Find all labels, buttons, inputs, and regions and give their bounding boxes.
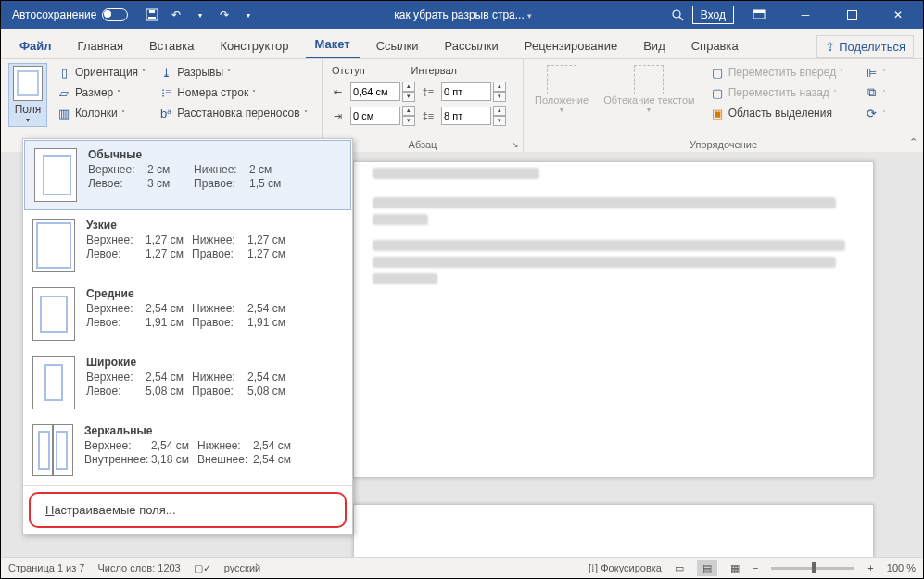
svg-point-3 — [673, 10, 680, 18]
focus-mode-button[interactable]: [⁞] Фокусировка — [589, 562, 662, 574]
margins-option-mirrored[interactable]: Зеркальные Верхнее:2,54 смНижнее:2,54 см… — [23, 417, 352, 484]
tab-home[interactable]: Главная — [69, 33, 133, 58]
share-icon: ⇪ — [825, 40, 835, 54]
tab-review[interactable]: Рецензирование — [515, 33, 627, 58]
align-button[interactable]: ⊫˅ — [860, 63, 890, 82]
title-bar: Автосохранение ↶ ▾ ↷ ▾ как убрать разрыв… — [1, 1, 923, 29]
svg-rect-6 — [753, 10, 765, 13]
ribbon-display-icon[interactable] — [738, 1, 780, 29]
margins-medium-icon — [32, 287, 75, 341]
ribbon-tabs: Файл Главная Вставка Конструктор Макет С… — [1, 29, 923, 59]
tab-layout[interactable]: Макет — [306, 31, 360, 58]
margins-wide-icon — [32, 356, 75, 409]
zoom-slider[interactable] — [771, 567, 854, 570]
group-button[interactable]: ⧉˅ — [860, 83, 890, 102]
dropdown-caret-icon[interactable]: ▾ — [189, 4, 211, 26]
page-2 — [353, 504, 874, 558]
margins-normal-icon — [34, 148, 77, 202]
autosave-toggle[interactable]: Автосохранение — [5, 8, 135, 21]
indent-header: Отступ — [332, 65, 365, 76]
status-bar: Страница 1 из 7 Число слов: 1203 ▢✓ русс… — [1, 557, 923, 578]
tab-view[interactable]: Вид — [634, 33, 675, 58]
status-language[interactable]: русский — [224, 562, 260, 573]
document-title: как убрать разрыв стра... ▾ — [259, 8, 665, 21]
indent-right-input[interactable]: ▴▾ — [350, 106, 415, 126]
zoom-level[interactable]: 100 % — [887, 562, 916, 573]
tab-help[interactable]: Справка — [682, 33, 748, 58]
bring-forward-button[interactable]: ▢Переместить вперед ˅ — [706, 63, 847, 82]
app-window: Автосохранение ↶ ▾ ↷ ▾ как убрать разрыв… — [0, 0, 924, 579]
search-icon[interactable] — [666, 4, 689, 26]
indent-right-icon: ⇥ — [330, 107, 345, 124]
tab-file[interactable]: Файл — [10, 33, 61, 58]
qat-customize-icon[interactable]: ▾ — [237, 4, 259, 26]
margins-button[interactable]: Поля ▾ — [8, 63, 47, 127]
indent-left-input[interactable]: ▴▾ — [350, 82, 415, 102]
custom-margins-button[interactable]: Настраиваемые поля... — [29, 492, 347, 528]
save-icon[interactable] — [141, 4, 163, 26]
status-page[interactable]: Страница 1 из 7 — [8, 562, 84, 573]
size-icon: ▱ — [57, 85, 71, 100]
hyphenation-icon: bᵃ — [158, 106, 173, 120]
minimize-button[interactable]: ─ — [784, 1, 827, 29]
rotate-icon: ⟳ — [864, 106, 879, 120]
space-before-input[interactable]: ▴▾ — [441, 82, 506, 102]
margins-icon — [13, 66, 43, 101]
breaks-icon: ⤓ — [158, 65, 173, 80]
columns-button[interactable]: ▥Колонки ˅ — [53, 104, 149, 122]
paragraph-launcher[interactable]: ↘ — [512, 140, 519, 149]
line-numbers-button[interactable]: ⁝⁼Номера строк ˅ — [155, 83, 311, 102]
position-button[interactable]: Положение▾ — [531, 63, 592, 122]
indent-left-icon: ⇤ — [330, 83, 345, 100]
margins-dropdown: Обычные Верхнее:2 смНижнее:2 см Левое:3 … — [22, 138, 353, 535]
group-arrange: Положение▾ Обтекание текстом▾ ▢Перемести… — [524, 59, 923, 152]
position-icon — [547, 65, 576, 94]
zoom-out-button[interactable]: − — [753, 562, 758, 573]
group-icon: ⧉ — [864, 85, 879, 100]
send-backward-button[interactable]: ▢Переместить назад ˅ — [706, 83, 847, 102]
margins-narrow-icon — [32, 219, 75, 272]
spellcheck-icon[interactable]: ▢✓ — [194, 562, 211, 574]
margins-mirror-icon — [32, 424, 73, 476]
align-icon: ⊫ — [864, 65, 879, 80]
collapse-ribbon-icon[interactable]: ⌃ — [909, 136, 918, 148]
undo-icon[interactable]: ↶ — [165, 4, 187, 26]
margins-option-normal[interactable]: Обычные Верхнее:2 смНижнее:2 см Левое:3 … — [24, 140, 351, 210]
redo-icon[interactable]: ↷ — [213, 4, 235, 26]
selection-pane-button[interactable]: ▣Область выделения — [706, 104, 847, 122]
maximize-button[interactable] — [830, 1, 873, 29]
tab-references[interactable]: Ссылки — [367, 33, 428, 58]
svg-rect-2 — [149, 10, 155, 13]
wrap-icon — [634, 65, 664, 94]
wrap-text-button[interactable]: Обтекание текстом▾ — [600, 63, 699, 122]
view-print-icon[interactable]: ▤ — [697, 560, 717, 576]
space-after-input[interactable]: ▴▾ — [441, 106, 506, 126]
login-button[interactable]: Вход — [692, 6, 734, 24]
size-button[interactable]: ▱Размер ˅ — [53, 83, 149, 102]
view-web-icon[interactable]: ▦ — [730, 562, 740, 574]
view-read-icon[interactable]: ▭ — [675, 562, 684, 574]
quick-access: ↶ ▾ ↷ ▾ — [141, 4, 259, 26]
zoom-in-button[interactable]: + — [867, 562, 873, 573]
margins-option-wide[interactable]: Широкие Верхнее:2,54 смНижнее:2,54 см Ле… — [23, 348, 352, 417]
tab-mailings[interactable]: Рассылки — [435, 33, 507, 58]
rotate-button[interactable]: ⟳˅ — [860, 104, 890, 122]
arrange-group-label: Упорядочение — [524, 139, 923, 150]
page-1 — [353, 161, 874, 478]
columns-icon: ▥ — [57, 106, 71, 120]
breaks-button[interactable]: ⤓Разрывы ˅ — [155, 63, 311, 82]
share-button[interactable]: ⇪Поделиться — [816, 35, 914, 58]
space-after-icon: ‡≡ — [421, 107, 436, 124]
status-words[interactable]: Число слов: 1203 — [97, 562, 180, 573]
close-button[interactable]: ✕ — [877, 1, 919, 29]
svg-rect-7 — [847, 10, 856, 19]
spacing-header: Интервал — [411, 65, 457, 76]
tab-design[interactable]: Конструктор — [210, 33, 297, 58]
margins-option-narrow[interactable]: Узкие Верхнее:1,27 смНижнее:1,27 см Лево… — [23, 211, 352, 280]
space-before-icon: ‡≡ — [421, 83, 436, 100]
margins-option-medium[interactable]: Средние Верхнее:2,54 смНижнее:2,54 см Ле… — [23, 280, 352, 348]
hyphenation-button[interactable]: bᵃРасстановка переносов ˅ — [155, 104, 311, 122]
tab-insert[interactable]: Вставка — [140, 33, 203, 58]
orientation-button[interactable]: ▯Ориентация ˅ — [53, 63, 149, 82]
bring-forward-icon: ▢ — [710, 65, 725, 80]
